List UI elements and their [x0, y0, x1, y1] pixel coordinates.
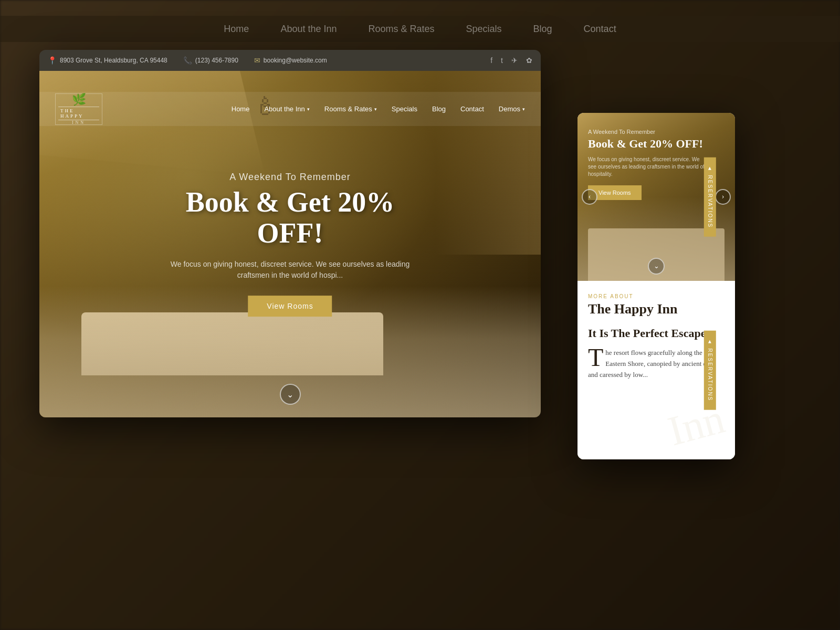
bg-nav-item: Home: [224, 24, 249, 35]
win2-description: We focus on giving honest, discreet serv…: [588, 156, 709, 178]
reservations-arrow-icon: ◄: [707, 166, 713, 172]
bg-nav-item: Blog: [533, 24, 552, 35]
reservations-label2: RESERVATIONS: [707, 349, 713, 402]
popup-browser-window: ‹ › A Weekend To Remember Book & Get 20%…: [578, 113, 735, 459]
bg-nav-item: Rooms & Rates: [368, 24, 434, 35]
nav-contact[interactable]: Contact: [460, 105, 484, 113]
location-icon: 📍: [48, 56, 57, 65]
chevron-down-icon: ⌄: [287, 390, 293, 400]
hero-content: A Weekend To Remember Book & Get 20% OFF…: [165, 172, 416, 317]
drop-cap: T: [588, 348, 603, 368]
top-bar: 📍 8903 Grove St, Healdsburg, CA 95448 📞 …: [39, 50, 541, 71]
win2-title: Book & Get 20% OFF!: [588, 137, 709, 151]
bg-nav-item: Contact: [584, 24, 616, 35]
background-nav: Home About the Inn Rooms & Rates Special…: [0, 16, 840, 42]
phone-icon: 📞: [183, 56, 192, 65]
nav-rooms[interactable]: Rooms & Rates ▾: [324, 105, 377, 113]
reservations-label: RESERVATIONS: [707, 175, 713, 228]
hero-view-rooms-button[interactable]: View Rooms: [248, 296, 332, 317]
win2-hero-content: A Weekend To Remember Book & Get 20% OFF…: [588, 129, 709, 200]
inn-title: The Happy Inn: [588, 301, 724, 317]
reservations-arrow-icon2: ◄: [707, 339, 713, 345]
hero-section: 🕯 🌿 THE HAPPY INN Home About the Inn ▾ R: [39, 71, 541, 417]
hero-description: We focus on giving honest, discreet serv…: [165, 259, 416, 281]
chevron-right-icon: ›: [722, 193, 724, 201]
more-about-label: MORE ABOUT: [588, 293, 724, 299]
bg-nav-item: Specials: [466, 24, 502, 35]
logo-sub-text: INN: [72, 120, 86, 125]
win2-scroll-down-button[interactable]: ⌄: [648, 258, 665, 275]
chevron-left-icon: ‹: [589, 193, 591, 201]
nav-links: Home About the Inn ▾ Rooms & Rates ▾ Spe…: [232, 105, 525, 113]
twitter-icon[interactable]: t: [501, 56, 503, 65]
address-text: 8903 Grove St, Healdsburg, CA 95448: [60, 57, 167, 64]
win2-info-section: MORE ABOUT The Happy Inn It Is The Perfe…: [578, 281, 735, 459]
phone-item[interactable]: 📞 (123) 456-7890: [183, 56, 238, 65]
address-item: 📍 8903 Grove St, Healdsburg, CA 95448: [48, 56, 167, 65]
hero-title: Book & Get 20% OFF!: [165, 187, 416, 249]
yelp-icon[interactable]: ✿: [526, 56, 532, 65]
watermark: Inn: [663, 395, 730, 455]
reservations-tab-hero[interactable]: ◄ RESERVATIONS: [704, 158, 716, 237]
email-item[interactable]: ✉ booking@website.com: [254, 56, 327, 65]
main-browser-window: 📍 8903 Grove St, Healdsburg, CA 95448 📞 …: [39, 50, 541, 417]
reservations-tab-bottom[interactable]: ◄ RESERVATIONS: [704, 331, 716, 410]
about-dropdown-arrow: ▾: [307, 107, 310, 112]
nav-blog[interactable]: Blog: [432, 105, 446, 113]
slider-prev-button[interactable]: ‹: [582, 189, 597, 205]
nav-demos[interactable]: Demos ▾: [499, 105, 525, 113]
hero-subtitle: A Weekend To Remember: [165, 172, 416, 183]
bed-pillows: [81, 312, 383, 375]
slider-next-button[interactable]: ›: [715, 189, 731, 205]
tripadvisor-icon[interactable]: ✈: [511, 56, 518, 65]
win2-chevron-down-icon: ⌄: [654, 262, 659, 270]
social-icons-group: f t ✈ ✿: [490, 56, 532, 65]
nav-specials[interactable]: Specials: [392, 105, 417, 113]
nav-bar: 🌿 THE HAPPY INN Home About the Inn ▾ Roo…: [39, 92, 541, 126]
win2-subtitle: A Weekend To Remember: [588, 129, 709, 135]
nav-home[interactable]: Home: [232, 105, 250, 113]
win2-hero-section: ‹ › A Weekend To Remember Book & Get 20%…: [578, 113, 735, 281]
email-text: booking@website.com: [264, 57, 327, 64]
phone-text: (123) 456-7890: [195, 57, 238, 64]
bg-nav-item: About the Inn: [280, 24, 337, 35]
nav-about[interactable]: About the Inn ▾: [264, 105, 309, 113]
scroll-down-button[interactable]: ⌄: [280, 384, 301, 405]
logo-wrapper[interactable]: 🌿 THE HAPPY INN: [55, 93, 102, 125]
email-icon: ✉: [254, 56, 260, 65]
facebook-icon[interactable]: f: [490, 56, 492, 65]
body-text-content: he resort flows gracefully along the Eas…: [588, 349, 716, 379]
rooms-dropdown-arrow: ▾: [374, 107, 377, 112]
logo-flower-icon: 🌿: [72, 93, 86, 107]
logo-main-text: THE HAPPY: [58, 107, 99, 120]
demos-dropdown-arrow: ▾: [522, 107, 525, 112]
